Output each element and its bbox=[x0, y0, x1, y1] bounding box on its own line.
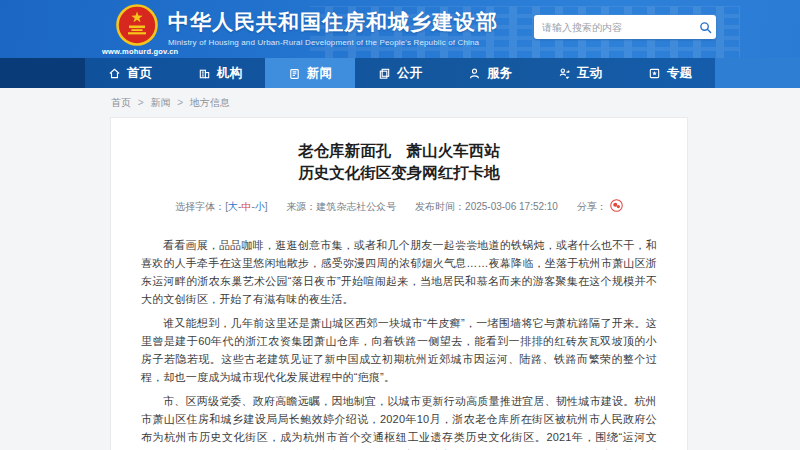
publish-time: 2025-03-06 17:52:10 bbox=[465, 201, 558, 212]
font-size-large[interactable]: 大 bbox=[228, 201, 238, 212]
nav-item-interaction[interactable]: 互动 bbox=[535, 58, 625, 88]
wechat-share-icon[interactable] bbox=[610, 199, 623, 212]
nav-item-home[interactable]: 首页 bbox=[85, 58, 175, 88]
nav-item-org[interactable]: 机构 bbox=[175, 58, 265, 88]
organization-icon bbox=[198, 67, 211, 80]
breadcrumb: 首页 > 新闻 > 地方信息 bbox=[111, 96, 230, 110]
site-header: www.mohurd.gov.cn 中华人民共和国住房和城乡建设部 Minist… bbox=[0, 0, 800, 58]
share-label: 分享： bbox=[577, 201, 607, 212]
share-group: 分享： bbox=[577, 201, 623, 212]
nav-item-news[interactable]: 新闻 bbox=[265, 58, 355, 88]
service-icon bbox=[468, 67, 481, 80]
site-logo[interactable]: www.mohurd.gov.cn bbox=[102, 4, 172, 58]
article-title-line2: 历史文化街区变身网红打卡地 bbox=[298, 164, 500, 181]
home-icon bbox=[108, 67, 121, 80]
breadcrumb-separator: > bbox=[177, 97, 183, 108]
nav-item-label: 机构 bbox=[217, 65, 242, 82]
article-meta: 选择字体：[大-中-小] 来源：建筑杂志社公众号 发布时间：2025-03-06… bbox=[141, 199, 657, 214]
font-select-label: 选择字体： bbox=[175, 201, 225, 212]
article-card: 老仓库新面孔 萧山火车西站 历史文化街区变身网红打卡地 选择字体：[大-中-小]… bbox=[110, 117, 688, 450]
search-button[interactable] bbox=[694, 15, 716, 39]
font-select-group: 选择字体：[大-中-小] bbox=[175, 201, 270, 212]
nav-item-topics[interactable]: 专题 bbox=[625, 58, 715, 88]
site-url: www.mohurd.gov.cn bbox=[102, 47, 172, 56]
disclosure-icon bbox=[378, 67, 391, 80]
site-titles: 中华人民共和国住房和城乡建设部 Ministry of Housing and … bbox=[168, 9, 498, 47]
publish-label: 发布时间： bbox=[415, 201, 465, 212]
article-body: 看看画展，品品咖啡，逛逛创意市集，或者和几个朋友一起尝尝地道的铁锅炖，或者什么也… bbox=[141, 236, 657, 450]
site-title: 中华人民共和国住房和城乡建设部 bbox=[168, 9, 498, 35]
source-value: 建筑杂志社公众号 bbox=[316, 201, 396, 212]
font-size-small[interactable]: 小 bbox=[255, 201, 265, 212]
news-icon bbox=[288, 67, 301, 80]
breadcrumb-separator: > bbox=[138, 97, 144, 108]
breadcrumb-current: 地方信息 bbox=[190, 97, 230, 108]
topics-icon bbox=[648, 67, 661, 80]
interaction-icon bbox=[558, 67, 571, 80]
article-paragraph: 市、区两级党委、政府高瞻远瞩，因地制宜，以城市更新行动高质量推进宜居、韧性城市建… bbox=[141, 392, 657, 450]
nav-item-disclosure[interactable]: 公开 bbox=[355, 58, 445, 88]
main-nav: 首页 机构 新闻 公开 服务 bbox=[0, 58, 800, 88]
publish-group: 发布时间：2025-03-06 17:52:10 bbox=[415, 201, 561, 212]
nav-item-service[interactable]: 服务 bbox=[445, 58, 535, 88]
breadcrumb-home[interactable]: 首页 bbox=[111, 97, 131, 108]
nav-item-label: 互动 bbox=[577, 65, 602, 82]
nav-item-label: 首页 bbox=[127, 65, 152, 82]
bracket-close: ] bbox=[265, 201, 268, 212]
nav-item-label: 专题 bbox=[667, 65, 692, 82]
nav-item-label: 服务 bbox=[487, 65, 512, 82]
magnifier-icon bbox=[699, 21, 712, 34]
search-box bbox=[534, 15, 716, 39]
search-input[interactable] bbox=[534, 22, 694, 33]
national-emblem-icon bbox=[116, 4, 158, 46]
site-subtitle: Ministry of Housing and Urban-Rural Deve… bbox=[168, 38, 498, 47]
nav-item-label: 公开 bbox=[397, 65, 422, 82]
article-paragraph: 看看画展，品品咖啡，逛逛创意市集，或者和几个朋友一起尝尝地道的铁锅炖，或者什么也… bbox=[141, 236, 657, 308]
source-group: 来源：建筑杂志社公众号 bbox=[286, 201, 399, 212]
breadcrumb-news[interactable]: 新闻 bbox=[150, 97, 170, 108]
font-size-medium[interactable]: 中 bbox=[241, 201, 251, 212]
source-label: 来源： bbox=[286, 201, 316, 212]
main-nav-items: 首页 机构 新闻 公开 服务 bbox=[85, 58, 715, 88]
nav-item-label: 新闻 bbox=[307, 65, 332, 82]
article-paragraph: 谁又能想到，几年前这里还是萧山城区西郊一块城市“牛皮癣”，一堵围墙将它与萧杭路隔… bbox=[141, 314, 657, 386]
article-title-line1: 老仓库新面孔 萧山火车西站 bbox=[298, 142, 500, 159]
article-title: 老仓库新面孔 萧山火车西站 历史文化街区变身网红打卡地 bbox=[141, 140, 657, 184]
